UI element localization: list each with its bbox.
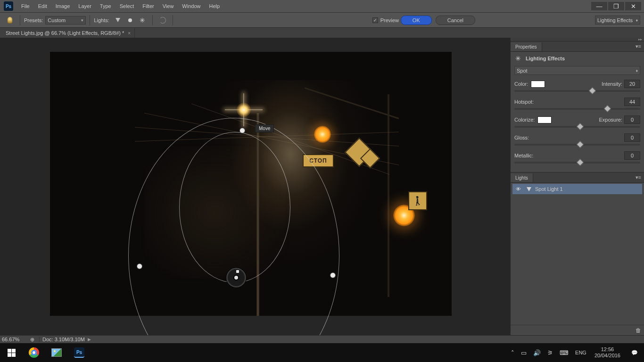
tooltip: Move (255, 124, 274, 132)
restore-button[interactable]: ❐ (608, 2, 624, 10)
light-type-dropdown[interactable]: Spot ♦ (514, 66, 640, 75)
intensity-input[interactable]: 20 (624, 80, 640, 88)
add-spot-light-button[interactable] (113, 16, 123, 25)
network-icon[interactable]: ⚞ (544, 349, 556, 356)
menu-layer[interactable]: Layer (74, 1, 96, 11)
metallic-input[interactable]: 0 (624, 151, 640, 160)
close-tab-icon[interactable]: × (128, 31, 131, 36)
intensity-label: Intensity: (602, 81, 622, 87)
minimize-button[interactable]: — (591, 2, 607, 10)
right-panels: ▸▸ Properties ▾≡ ✳ Lighting Effects Spot… (510, 38, 644, 335)
status-bar: 66.67% ⊕ Doc: 3.10M/3.10M ▶ (0, 335, 644, 343)
exposure-label: Exposure: (599, 117, 622, 123)
status-flyout-icon[interactable]: ▶ (88, 337, 91, 342)
status-info-icon[interactable]: ⊕ (30, 337, 34, 343)
taskbar-chrome[interactable] (23, 343, 45, 362)
app-logo: Ps (4, 1, 13, 11)
lights-tab[interactable]: Lights (511, 173, 533, 182)
light-center-handle[interactable] (226, 268, 246, 288)
presets-value: Custom (48, 17, 66, 23)
preview-checkbox[interactable] (372, 17, 378, 23)
preview-label: Preview (380, 17, 399, 23)
exposure-slider[interactable] (514, 126, 640, 128)
taskbar-photoshop[interactable]: Ps (68, 343, 91, 362)
reset-light-button[interactable] (158, 16, 167, 25)
gloss-label: Gloss: (514, 135, 529, 140)
panel-collapse-icon[interactable]: ▸▸ (511, 38, 644, 41)
color-label: Color: (514, 81, 528, 87)
menu-edit[interactable]: Edit (34, 1, 51, 11)
zoom-value[interactable]: 66.67% (2, 337, 28, 342)
chevron-down-icon: ♦ (636, 68, 638, 73)
add-point-light-button[interactable] (125, 16, 135, 25)
clock[interactable]: 12:56 20/04/2016 (590, 346, 625, 359)
lighting-effects-icon: ✳ (514, 55, 522, 62)
chevron-down-icon: ♦ (636, 18, 638, 23)
menu-image[interactable]: Image (51, 1, 74, 11)
doc-size: Doc: 3.10M/3.10M (42, 337, 85, 342)
intensity-slider[interactable] (514, 90, 640, 92)
hotspot-input[interactable]: 44 (624, 98, 640, 106)
lights-label: Lights: (94, 17, 109, 23)
exposure-input[interactable]: 0 (624, 115, 640, 124)
panel-menu-icon[interactable]: ▾≡ (633, 43, 644, 49)
workspace-dropdown[interactable]: Lighting Effects ♦ (595, 16, 640, 25)
trash-icon[interactable]: 🗑 (636, 327, 641, 334)
language-indicator[interactable]: ENG (572, 350, 590, 355)
close-button[interactable]: ✕ (625, 2, 641, 10)
light-handle-right[interactable] (330, 273, 335, 278)
action-center-icon[interactable]: 💬 (625, 343, 644, 362)
window-controls: — ❐ ✕ (590, 2, 641, 10)
hotspot-slider[interactable] (514, 108, 640, 110)
taskbar-photos[interactable] (45, 343, 68, 362)
volume-icon[interactable]: 🔊 (530, 349, 544, 356)
tray-overflow-icon[interactable]: ˄ (508, 349, 518, 356)
lights-panel: Lights ▾≡ 👁 Spot Light 1 🗑 (511, 172, 644, 335)
battery-icon[interactable]: ▭ (518, 349, 530, 356)
start-button[interactable] (0, 343, 23, 362)
clock-time: 12:56 (594, 346, 620, 353)
chevron-down-icon: ▾ (81, 18, 83, 23)
menu-bar: Ps File Edit Image Layer Type Select Fil… (0, 0, 644, 13)
cancel-button[interactable]: Cancel (436, 16, 475, 25)
metallic-label: Metallic: (514, 153, 533, 158)
windows-taskbar: Ps ˄ ▭ 🔊 ⚞ ⌨ ENG 12:56 20/04/2016 💬 (0, 343, 644, 362)
keyboard-icon[interactable]: ⌨ (556, 349, 572, 356)
color-swatch[interactable] (531, 81, 545, 88)
pedestrian-sign (408, 191, 427, 210)
light-handle-top[interactable] (240, 128, 245, 133)
ok-button[interactable]: OK (401, 16, 432, 25)
properties-tab[interactable]: Properties (511, 42, 542, 51)
light-type-value: Spot (517, 68, 528, 74)
colorize-label: Colorize: (514, 117, 535, 123)
properties-title: Lighting Effects (526, 56, 565, 61)
menu-view[interactable]: View (158, 1, 178, 11)
document-tab-title: Street Lights.jpg @ 66.7% (Light Effects… (6, 30, 124, 36)
visibility-icon[interactable]: 👁 (514, 186, 522, 192)
document-tabs: Street Lights.jpg @ 66.7% (Light Effects… (0, 28, 644, 38)
light-handle-left[interactable] (137, 264, 142, 269)
canvas-area[interactable]: СТОП Move (0, 38, 510, 335)
light-list-item[interactable]: 👁 Spot Light 1 (512, 184, 642, 194)
clock-date: 20/04/2016 (594, 353, 620, 359)
menu-type[interactable]: Type (96, 1, 116, 11)
menu-select[interactable]: Select (116, 1, 139, 11)
colorize-swatch[interactable] (537, 116, 552, 123)
presets-dropdown[interactable]: Custom ▾ (45, 16, 86, 25)
document-tab[interactable]: Street Lights.jpg @ 66.7% (Light Effects… (2, 28, 135, 38)
menu-file[interactable]: File (17, 1, 34, 11)
panel-menu-icon[interactable]: ▾≡ (633, 174, 644, 181)
workspace-value: Lighting Effects (597, 17, 633, 23)
options-bar: Presets: Custom ▾ Lights: ✳ Preview OK C… (0, 13, 644, 28)
menu-filter[interactable]: Filter (138, 1, 158, 11)
gloss-input[interactable]: 0 (624, 133, 640, 142)
menu-window[interactable]: Window (178, 1, 205, 11)
metallic-slider[interactable] (514, 162, 640, 164)
gloss-slider[interactable] (514, 144, 640, 146)
light-inner-ellipse[interactable] (179, 132, 290, 283)
hotspot-label: Hotspot: (514, 99, 534, 105)
add-infinite-light-button[interactable]: ✳ (138, 16, 147, 25)
tool-bulb-icon[interactable] (5, 16, 15, 25)
menu-help[interactable]: Help (205, 1, 224, 11)
properties-panel: ✳ Lighting Effects Spot ♦ Color: Intensi… (511, 52, 644, 172)
